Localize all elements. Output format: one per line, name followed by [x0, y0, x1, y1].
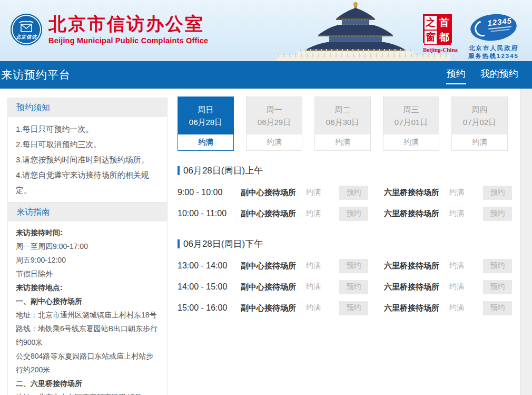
slot-venue: 六里桥接待场所	[384, 282, 444, 292]
slot-status-badge: 约满	[449, 261, 468, 271]
slot-time: 13:00 - 14:00	[178, 261, 240, 271]
notice-list: 1.每日只可预约一次。2.每日可取消预约三次。3.请您按预约时间准时到达预约场所…	[8, 117, 167, 202]
slot-status-badge: 约满	[449, 303, 468, 313]
guide-content: 来访接待时间:周一至周四9:00-17:00周五9:00-12:00节假日除外来…	[8, 221, 167, 395]
day-weekday: 周二	[335, 103, 351, 116]
guide-panel: 来访指南 来访接待时间:周一至周四9:00-17:00周五9:00-12:00节…	[7, 203, 168, 395]
reserve-button[interactable]: 预约	[483, 207, 512, 221]
envelope-icon	[17, 20, 35, 33]
notice-panel-title: 预约须知	[8, 98, 167, 117]
guide-line: 一、副中心接待场所	[16, 294, 159, 308]
slot-venue: 副中心接待场所	[241, 282, 301, 292]
slot-status-badge: 约满	[306, 261, 325, 271]
slot-row: 9:00 - 10:00副中心接待场所约满预约六里桥接待场所约满预约	[178, 182, 520, 203]
day-date: 07月02日	[463, 116, 496, 129]
guide-line: 来访接待时间:	[16, 226, 159, 239]
slot-row: 14:00 - 15:00副中心接待场所约满预约六里桥接待场所约满预约	[178, 276, 520, 297]
bureau-logo: 北京信访	[11, 14, 42, 45]
section-title: 06月28日(周日)下午	[178, 238, 520, 249]
platform-title: 来访预约平台	[0, 68, 71, 82]
slot-row: 10:00 - 11:00副中心接待场所约满预约六里桥接待场所约满预约	[178, 203, 520, 224]
guide-line: 路线：地铁乘6号线东夏园站B出口朝东步行约900米	[16, 322, 159, 349]
page-right-gutter	[520, 89, 532, 395]
slot-time: 10:00 - 11:00	[178, 209, 240, 218]
site-title: 北京市信访办公室	[48, 14, 208, 34]
day-tab-header: 周二06月30日	[315, 97, 370, 134]
reserve-button[interactable]: 预约	[339, 207, 368, 221]
section-rows: 9:00 - 10:00副中心接待场所约满预约六里桥接待场所约满预约10:00 …	[178, 182, 520, 224]
guide-line: 地址：北京市丰台区西三环南路甲17号	[16, 390, 159, 395]
slot-venue: 六里桥接待场所	[384, 303, 444, 313]
slot-status-badge: 约满	[306, 282, 325, 292]
slot-section-1: 06月28日(周日)下午13:00 - 14:00副中心接待场所约满预约六里桥接…	[178, 238, 520, 319]
day-tab-header: 周四07月02日	[452, 97, 507, 134]
day-date: 06月30日	[326, 116, 359, 129]
guide-line: 二、六里桥接待场所	[16, 377, 159, 390]
day-tab-0[interactable]: 周日06月28日约满	[178, 97, 234, 151]
slot-venue: 六里桥接待场所	[384, 188, 444, 198]
notice-panel: 预约须知 1.每日只可预约一次。2.每日可取消预约三次。3.请您按预约时间准时到…	[7, 98, 168, 203]
day-weekday: 周一	[267, 103, 282, 116]
day-status: 约满	[452, 134, 507, 150]
section-title: 06月28日(周日)上午	[178, 165, 520, 176]
guide-line: 公交804路等东夏园路口东站或庙上村站步行约200米	[16, 349, 159, 377]
slot-status-badge: 约满	[449, 282, 468, 292]
reserve-button[interactable]: 预约	[339, 301, 368, 315]
day-status: 约满	[315, 134, 370, 150]
day-tab-3[interactable]: 周三07月01日约满	[383, 97, 439, 151]
slot-status-badge: 约满	[306, 188, 325, 197]
sidebar: 预约须知 1.每日只可预约一次。2.每日可取消预约三次。3.请您按预约时间准时到…	[7, 98, 168, 395]
day-tab-header: 周日06月28日	[178, 97, 233, 134]
nav-menu: 预约我的预约	[432, 65, 532, 84]
section-title-bar	[178, 166, 180, 175]
slot-venue: 六里桥接待场所	[384, 261, 444, 271]
day-date: 06月29日	[258, 116, 291, 129]
day-date: 07月01日	[395, 116, 428, 129]
reserve-button[interactable]: 预约	[339, 259, 368, 273]
site-header: 北京信访 北京市信访办公室 Beijing Municipal Public C…	[0, 0, 532, 61]
hotline-number: 12345	[487, 16, 512, 27]
section-title-label: 06月28日(周日)上午	[183, 165, 263, 177]
reserve-button[interactable]: 预约	[339, 280, 368, 294]
capital-window-badge: 之 首 窗 都 Beijing-China	[423, 14, 458, 53]
day-status: 约满	[247, 134, 302, 150]
nav-menu-item-0[interactable]: 预约	[447, 65, 466, 84]
notice-list-item: 3.请您按预约时间准时到达预约场所。	[16, 152, 159, 167]
guide-line: 周一至周四9:00-17:00	[16, 239, 159, 253]
guide-line: 来访接待地点:	[16, 281, 159, 294]
section-title-bar	[178, 239, 180, 248]
day-tab-header: 周一06月29日	[247, 97, 302, 134]
reserve-button[interactable]: 预约	[483, 259, 512, 273]
slot-time: 15:00 - 16:00	[178, 303, 240, 313]
day-weekday: 周三	[403, 103, 419, 116]
day-status: 约满	[178, 134, 233, 150]
slot-status-badge: 约满	[306, 209, 325, 218]
day-tab-4[interactable]: 周四07月02日约满	[451, 97, 508, 151]
reserve-button[interactable]: 预约	[339, 186, 368, 200]
page-content: 预约须知 1.每日只可预约一次。2.每日可取消预约三次。3.请您按预约时间准时到…	[0, 89, 532, 395]
slot-venue: 六里桥接待场所	[384, 209, 444, 219]
brand: 北京信访 北京市信访办公室 Beijing Municipal Public C…	[11, 14, 208, 45]
slot-status-badge: 约满	[449, 209, 468, 218]
day-tab-2[interactable]: 周二06月30日约满	[314, 97, 371, 151]
reserve-button[interactable]: 预约	[483, 186, 512, 200]
slot-row: 15:00 - 16:00副中心接待场所约满预约六里桥接待场所约满预约	[178, 297, 520, 319]
day-tabs: 周日06月28日约满周一06月29日约满周二06月30日约满周三07月01日约满…	[178, 97, 520, 151]
day-tab-1[interactable]: 周一06月29日约满	[246, 97, 302, 151]
seal-char: 都	[437, 30, 451, 45]
seal-caption: Beijing-China	[423, 46, 458, 53]
section-title-label: 06月28日(周日)下午	[183, 238, 263, 250]
slot-section-0: 06月28日(周日)上午9:00 - 10:00副中心接待场所约满预约六里桥接待…	[178, 165, 520, 224]
capital-window-seal: 之 首 窗 都	[423, 14, 452, 43]
nav-menu-item-1[interactable]: 我的预约	[480, 65, 518, 84]
day-date: 06月28日	[189, 116, 222, 129]
reserve-button[interactable]: 预约	[483, 301, 512, 315]
booking-main: 周日06月28日约满周一06月29日约满周二06月30日约满周三07月01日约满…	[178, 97, 520, 319]
slot-venue: 副中心接待场所	[241, 303, 301, 313]
site-subtitle: Beijing Municipal Public Complaints Offi…	[48, 36, 208, 45]
guide-panel-title: 来访指南	[8, 203, 167, 221]
notice-list-item: 1.每日只可预约一次。	[16, 121, 159, 137]
guide-line: 周五9:00-12:00	[16, 253, 159, 267]
slot-venue: 副中心接待场所	[241, 188, 301, 198]
reserve-button[interactable]: 预约	[483, 280, 512, 294]
